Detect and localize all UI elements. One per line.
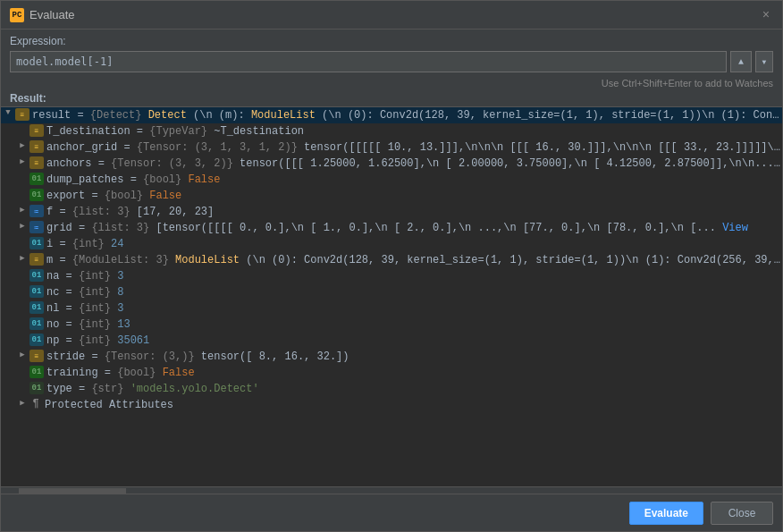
close-button[interactable]: Close [711,502,773,525]
expression-label: Expression: [10,35,773,47]
type-icon-bool: 01 [29,366,44,378]
type-icon-struct: ≡ [29,140,44,153]
row-content: result = {Detect} Detect (\n (m): Module… [32,108,782,122]
expander[interactable]: ▶ [15,317,29,327]
expander[interactable]: ▶ [15,189,29,198]
expander[interactable]: ▶ [15,334,29,343]
tree-row[interactable]: ▶ 01 nl = {int} 3 [1,300,782,317]
tree-row[interactable]: ▼ ≡ result = {Detect} Detect (\n (m): Mo… [1,107,782,123]
title-bar-left: PC Evaluate [10,8,75,22]
expander[interactable]: ▶ [15,221,29,231]
type-icon-bool: 01 [29,173,44,185]
tree-row[interactable]: ▶ 01 na = {int} 3 [1,268,782,284]
tree-row[interactable]: ▶ ≡ anchor_grid = {Tensor: (3, 1, 3, 1, … [1,139,782,156]
tree-row[interactable]: ▶ 01 nc = {int} 8 [1,284,782,300]
row-content: nl = {int} 3 [46,301,782,316]
type-icon-int: 01 [29,334,44,346]
type-icon-bool: 01 [29,189,44,201]
tree-row[interactable]: ▶ ¶ Protected Attributes [1,397,782,413]
evaluate-dialog: PC Evaluate × Expression: ▲ ▼ Use Ctrl+S… [0,0,783,532]
expander[interactable]: ▶ [15,301,29,311]
row-content: m = {ModuleList: 3} ModuleList (\n (0): … [46,253,782,267]
expression-input-row: ▲ ▼ [10,51,773,72]
tree-row[interactable]: ▶ 01 training = {bool} False [1,365,782,381]
type-icon-int: 01 [29,317,44,330]
type-icon-struct: ≡ [29,253,44,266]
row-content: dump_patches = {bool} False [46,173,782,187]
row-content: T_destination = {TypeVar} ~T_destination [46,124,782,139]
expander[interactable]: ▶ [15,366,29,376]
type-icon-struct: ≡ [15,108,29,121]
type-icon-int: 01 [29,301,44,314]
type-icon-int: 01 [29,237,44,249]
row-content: export = {bool} False [46,189,782,203]
dialog-title: Evaluate [29,8,75,21]
tree-row[interactable]: ▶ 01 dump_patches = {bool} False [1,172,782,188]
row-content: Protected Attributes [45,398,782,412]
row-content: f = {list: 3} [17, 20, 23] [46,205,782,219]
title-bar: PC Evaluate × [1,1,782,30]
row-content: stride = {Tensor: (3,)} tensor([ 8., 16.… [46,350,782,364]
row-content: type = {str} 'models.yolo.Detect' [46,382,782,396]
app-icon: PC [10,8,24,22]
evaluate-button[interactable]: Evaluate [629,502,703,525]
row-content: na = {int} 3 [46,269,782,283]
tree-row[interactable]: ▶ 01 np = {int} 35061 [1,333,782,349]
row-content: anchor_grid = {Tensor: (3, 1, 3, 1, 2)} … [46,140,782,155]
expander[interactable]: ▶ [15,156,29,166]
type-icon-list: ≔ [29,221,44,233]
tree-row[interactable]: ▶ ≡ stride = {Tensor: (3,)} tensor([ 8.,… [1,349,782,365]
tree-row[interactable]: ▶ 01 i = {int} 24 [1,236,782,252]
row-content: nc = {int} 8 [46,285,782,300]
result-label: Result: [1,90,782,106]
type-icon-int: 01 [29,285,44,298]
dialog-close-button[interactable]: × [759,8,773,22]
tree-row[interactable]: ▶ ≔ grid = {list: 3} [tensor([[[[ 0., 0.… [1,220,782,236]
expander[interactable]: ▶ [15,140,29,150]
result-area[interactable]: ▼ ≡ result = {Detect} Detect (\n (m): Mo… [1,106,782,486]
type-icon-struct: ≡ [29,124,44,137]
expander[interactable]: ▶ [15,382,29,392]
footer: Evaluate Close [1,494,782,531]
hint-text: Use Ctrl+Shift+Enter to add to Watches [1,76,782,90]
tree-row[interactable]: ▶ ≔ f = {list: 3} [17, 20, 23] [1,204,782,220]
type-icon-str: 01 [29,382,44,394]
tree-row[interactable]: ▶ ≡ m = {ModuleList: 3} ModuleList (\n (… [1,252,782,268]
tree-row[interactable]: ▶ ≡ anchors = {Tensor: (3, 3, 2)} tensor… [1,156,782,172]
tree-row[interactable]: ▶ ≡ T_destination = {TypeVar} ~T_destina… [1,123,782,139]
tree-row[interactable]: ▶ 01 export = {bool} False [1,188,782,204]
type-icon-struct: ≡ [29,156,44,169]
expression-dropdown-button[interactable]: ▼ [755,51,773,72]
expander[interactable]: ▶ [15,173,29,182]
type-icon-int: 01 [29,269,44,282]
expander[interactable]: ▶ [15,205,29,215]
row-content: i = {int} 24 [46,237,782,251]
expression-input[interactable] [10,51,727,72]
expander[interactable]: ▶ [15,350,29,359]
type-icon-list: ≔ [29,205,44,217]
expander[interactable]: ▶ [15,237,29,247]
expander[interactable]: ▶ [15,124,29,134]
expander[interactable]: ▶ [15,269,29,279]
expression-history-button[interactable]: ▲ [730,51,752,72]
row-content: training = {bool} False [46,366,782,380]
type-icon-struct: ≡ [29,350,44,362]
type-icon-protected: ¶ [29,398,42,410]
tree-row[interactable]: ▶ 01 no = {int} 13 [1,317,782,333]
expander-root[interactable]: ▼ [1,108,15,117]
row-content: grid = {list: 3} [tensor([[[[ 0., 0.],\n… [46,221,782,235]
row-content: np = {int} 35061 [46,334,782,348]
expander[interactable]: ▶ [15,253,29,263]
tree-row[interactable]: ▶ 01 type = {str} 'models.yolo.Detect' [1,381,782,397]
row-content: anchors = {Tensor: (3, 3, 2)} tensor([[[… [46,156,782,171]
horizontal-scrollbar[interactable] [1,486,782,494]
row-content: no = {int} 13 [46,317,782,332]
expander[interactable]: ▶ [15,398,29,408]
expander[interactable]: ▶ [15,285,29,295]
expression-section: Expression: ▲ ▼ [1,30,782,76]
